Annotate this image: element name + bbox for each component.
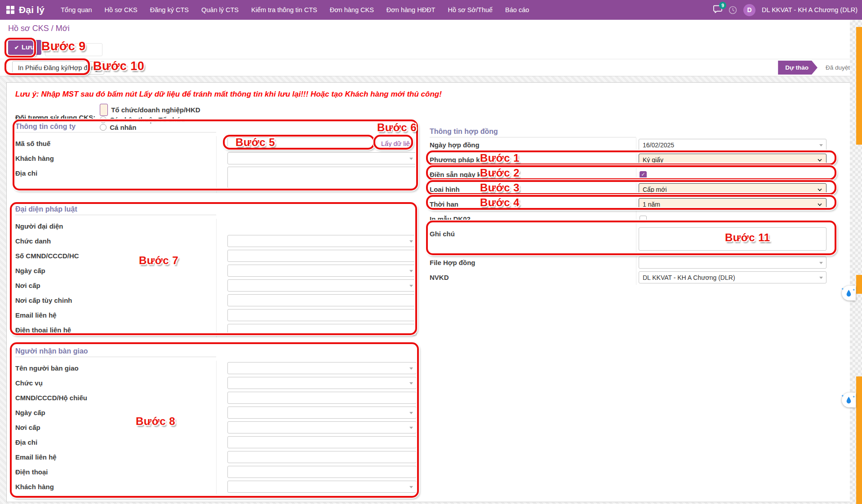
selected-option: 1 năm xyxy=(643,201,660,208)
nav-item--ang-ky-cts[interactable]: Đăng ký CTS xyxy=(144,0,195,20)
dropdown-caret-icon[interactable] xyxy=(409,412,413,414)
discard-button[interactable] xyxy=(45,43,102,56)
breadcrumb-section[interactable]: Hồ sơ CKS xyxy=(8,24,49,33)
ma-so-thue-input[interactable] xyxy=(227,137,373,150)
cmnd-cccd-ho-chieu-input[interactable] xyxy=(227,392,417,404)
field-label: Nơi cấp tùy chỉnh xyxy=(15,296,216,304)
top-navbar: Đại lý Tổng quanHồ sơ CKSĐăng ký CTSQuản… xyxy=(0,0,862,20)
dia-chi-textarea[interactable] xyxy=(227,167,417,188)
nav-item--on-hang-cks[interactable]: Đơn hàng CKS xyxy=(324,0,380,20)
dropdown-caret-icon[interactable] xyxy=(819,277,823,279)
phuong-phap-ky-select[interactable]: Ký giấy xyxy=(639,154,826,166)
nav-item-bao-cao[interactable]: Báo cáo xyxy=(499,0,535,20)
scrollbar-marker[interactable] xyxy=(856,27,862,145)
dropdown-caret-icon[interactable] xyxy=(409,486,413,488)
ghi-chu-textarea[interactable] xyxy=(639,227,826,251)
scrollbar-marker[interactable] xyxy=(856,376,862,504)
loai-hinh-select[interactable]: Cấp mới xyxy=(639,183,826,195)
scrollbar-marker[interactable] xyxy=(856,275,862,294)
stage-current[interactable]: Dự thảo xyxy=(778,61,818,75)
khach-hang-input[interactable] xyxy=(227,481,417,493)
ngay-cap-input[interactable] xyxy=(227,407,417,419)
nav-item-quan-ly-cts[interactable]: Quản lý CTS xyxy=(195,0,245,20)
noi-cap-input[interactable] xyxy=(227,279,417,292)
field-input-cell xyxy=(216,234,418,248)
field-row-so-cmnd-cccd-hc: Số CMND/CCCD/HC xyxy=(15,248,418,263)
warning-note: Lưu ý: Nhập MST sau đó bấm nút Lấy dữ li… xyxy=(15,90,442,99)
water-droplet-extension-button[interactable]: ✦ ✦ xyxy=(842,393,856,407)
field-label: Điền sẵn ngày ký xyxy=(430,171,636,178)
field-input-cell xyxy=(636,212,834,226)
in-mau-dk02-checkbox[interactable] xyxy=(640,216,647,223)
activities-clock-icon[interactable] xyxy=(729,6,737,14)
dropdown-caret-icon[interactable] xyxy=(409,240,413,243)
navbar-right: 9 D DL KKVAT - KH A Chương (DLR) xyxy=(713,0,858,20)
sparkle-icon: ✦ xyxy=(852,395,855,399)
dropdown-caret-icon[interactable] xyxy=(409,158,413,160)
messages-button[interactable]: 9 xyxy=(713,5,722,15)
field-input-cell: Ký giấy xyxy=(636,152,834,167)
email-lien-he-input[interactable] xyxy=(227,451,417,463)
radio-option[interactable]: Tổ chức/doanh nghiệp/HKD xyxy=(100,104,200,116)
noi-cap-input[interactable] xyxy=(227,421,417,433)
field-input-cell: 1 năm xyxy=(636,197,834,212)
field-label: Ghi chú xyxy=(430,226,636,238)
field-row-dien-thoai: Điện thoại xyxy=(15,464,418,479)
dropdown-caret-icon[interactable] xyxy=(819,262,823,264)
dropdown-caret-icon[interactable] xyxy=(409,285,413,287)
fetch-data-button[interactable]: Lấy dữ liệu xyxy=(378,138,416,149)
user-name[interactable]: DL KKVAT - KH A Chương (DLR) xyxy=(762,6,858,13)
apps-menu-icon[interactable] xyxy=(6,6,14,14)
file-hop-dong-input[interactable] xyxy=(639,256,826,269)
dien-thoai-input[interactable] xyxy=(227,466,417,478)
so-cmnd-cccd-hc-input[interactable] xyxy=(227,250,417,262)
nav-item--on-hang-h-t[interactable]: Đơn hàng HĐĐT xyxy=(380,0,442,20)
field-row-noi-cap: Nơi cấp xyxy=(15,420,418,435)
field-label: File Hợp đồng xyxy=(430,259,636,266)
field-label: Nơi cấp xyxy=(15,424,216,431)
section-title: Thông tin hợp đồng xyxy=(430,128,636,137)
dropdown-caret-icon[interactable] xyxy=(819,144,823,146)
save-button[interactable]: ✔Lưu xyxy=(8,40,41,55)
dien-san-ngay-ky-checkbox[interactable]: ✓ xyxy=(640,171,647,178)
khach-hang-input[interactable] xyxy=(227,152,417,164)
dropdown-caret-icon[interactable] xyxy=(409,382,413,385)
field-input-cell xyxy=(216,390,418,405)
ten-nguoi-ban-giao-input[interactable] xyxy=(227,362,417,374)
app-brand[interactable]: Đại lý xyxy=(19,4,44,15)
dropdown-caret-icon[interactable] xyxy=(409,427,413,429)
chuc-danh-input[interactable] xyxy=(227,235,417,247)
noi-cap-tuy-chinh-input[interactable] xyxy=(227,294,417,306)
field-label: NVKD xyxy=(430,274,636,281)
dien-thoai-lien-he-input[interactable] xyxy=(227,324,417,336)
print-registration-contract-button[interactable]: In Phiếu Đăng ký/Hợp đồng xyxy=(12,61,104,75)
field-value: DL KKVAT - KH A Chương (DLR) xyxy=(643,274,735,281)
field-label: Email liên hệ xyxy=(15,311,216,319)
dropdown-caret-icon[interactable] xyxy=(409,270,413,272)
nav-item-ho-so-so-thue[interactable]: Hồ sơ Sở/Thuế xyxy=(441,0,499,20)
radio-circle-icon[interactable] xyxy=(100,116,107,123)
stage-next[interactable]: Đã duyệt xyxy=(826,64,850,71)
chuc-vu-input[interactable] xyxy=(227,377,417,389)
nvkd-input[interactable]: DL KKVAT - KH A Chương (DLR) xyxy=(639,271,826,283)
control-panel: Hồ sơ CKS/Mới ✔Lưu In Phiếu Đăng ký/Hợp … xyxy=(0,20,862,76)
email-lien-he-input[interactable] xyxy=(227,309,417,321)
section-contract: Thông tin hợp đồng Ngày hợp đồng16/02/20… xyxy=(430,128,834,285)
water-droplet-extension-button[interactable]: ✦ ✦ xyxy=(842,286,856,301)
sparkle-icon: ✦ xyxy=(841,394,844,398)
thoi-han-select[interactable]: 1 năm xyxy=(639,198,826,210)
nav-item-tong-quan[interactable]: Tổng quan xyxy=(54,0,98,20)
user-avatar[interactable]: D xyxy=(743,4,755,16)
radio-circle-icon[interactable] xyxy=(100,104,108,116)
dropdown-caret-icon[interactable] xyxy=(409,367,413,370)
dia-chi-input[interactable] xyxy=(227,436,417,448)
field-row-ngay-hop-dong: Ngày hợp đồng16/02/2025 xyxy=(430,137,834,152)
section-company: Thông tin công ty Mã số thuếLấy dữ liệuK… xyxy=(15,123,418,193)
ngay-hop-dong-input[interactable]: 16/02/2025 xyxy=(639,139,826,151)
field-row-chuc-danh: Chức danh xyxy=(15,234,418,248)
ngay-cap-input[interactable] xyxy=(227,265,417,277)
field-label: Ngày cấp xyxy=(15,267,216,274)
nav-item-ho-so-cks[interactable]: Hồ sơ CKS xyxy=(98,0,144,20)
section-legal-representative: Đại diện pháp luật Người đại diệnChức da… xyxy=(15,205,418,337)
nav-item-kiem-tra-thong-tin-cts[interactable]: Kiểm tra thông tin CTS xyxy=(245,0,324,20)
